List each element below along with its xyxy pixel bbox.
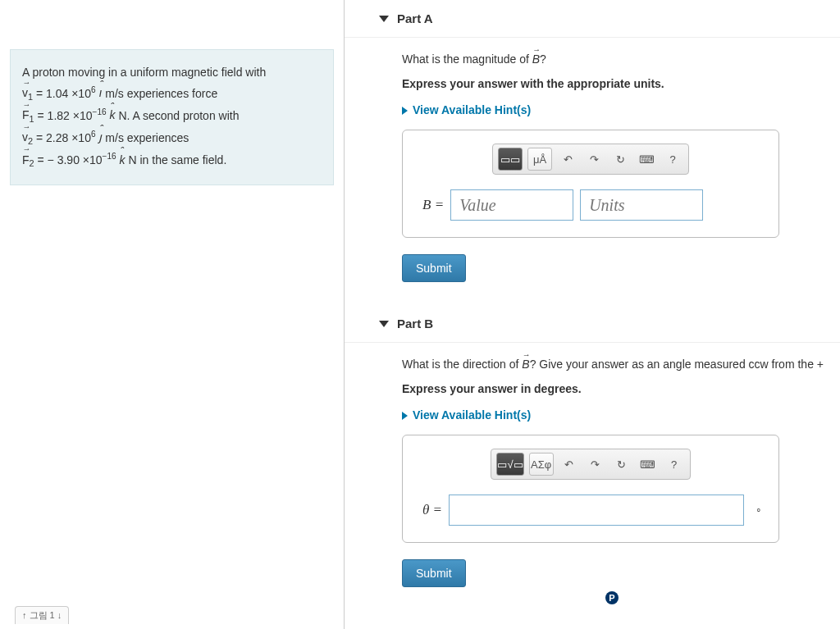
problem-text: A proton moving in a uniform magnetic fi… [22,66,266,79]
part-b-submit-button[interactable]: Submit [402,559,466,587]
reset-button[interactable]: ↻ [611,453,632,476]
k-hat: k [110,106,116,125]
part-b-toolbar: ▭√▭ ΑΣφ ↶ ↷ ↻ ⌨ ? [491,449,690,480]
part-a-body: What is the magnitude of B? Express your… [345,38,840,305]
keyboard-button[interactable]: ⌨ [637,453,659,476]
units-button[interactable]: μÅ [527,148,552,171]
chevron-down-icon [379,16,389,22]
answer-panel: Part A What is the magnitude of B? Expre… [345,0,840,629]
templates-button[interactable]: ▭√▭ [496,453,523,476]
brand-icon: P [605,591,619,604]
templates-button[interactable]: ▭▭ [498,148,523,171]
redo-button[interactable]: ↷ [585,453,606,476]
i-hat: ı [98,84,102,103]
value-input[interactable] [450,189,573,221]
part-a-title: Part A [397,11,433,25]
part-b-hints-link[interactable]: View Available Hint(s) [402,408,531,422]
redo-icon: ↷ [590,153,599,166]
units-input[interactable] [580,189,703,221]
part-a-answer-row: B = [418,189,764,221]
j-hat: ȷ [98,128,102,148]
reset-icon: ↻ [616,153,625,166]
theta-input[interactable] [449,495,744,526]
degree-unit: ∘ [756,504,762,516]
part-b-question: What is the direction of B? Give your an… [402,358,825,371]
part-a-answer-box: ▭▭ μÅ ↶ ↷ ↻ ⌨ ? B = [402,130,779,238]
reset-icon: ↻ [617,458,626,471]
undo-button[interactable]: ↶ [557,148,578,171]
part-b-instruction: Express your answer in degrees. [402,382,825,395]
b-vector: B [522,358,529,371]
part-a-question: What is the magnitude of B? [402,52,825,66]
reset-button[interactable]: ↻ [609,148,631,171]
part-a-hints-link[interactable]: View Available Hint(s) [402,103,531,116]
chevron-down-icon [379,321,389,327]
symbols-button[interactable]: ΑΣφ [529,453,554,476]
brand-footer: P [402,587,825,604]
undo-button[interactable]: ↶ [559,453,580,476]
chevron-right-icon [402,107,408,115]
undo-icon: ↶ [564,458,573,471]
chevron-right-icon [402,412,408,420]
keyboard-icon: ⌨ [639,153,655,166]
help-button[interactable]: ? [664,453,685,476]
figure-nav-stub[interactable]: ↑ 그림 1 ↓ [15,606,69,624]
k-hat: k [120,151,126,171]
keyboard-icon: ⌨ [640,458,655,471]
redo-icon: ↷ [591,458,600,471]
part-b-body: What is the direction of B? Give your an… [345,343,840,627]
part-b-header[interactable]: Part B [345,305,840,343]
b-vector: B [532,52,540,66]
part-a-instruction: Express your answer with the appropriate… [402,77,825,90]
redo-button[interactable]: ↷ [583,148,605,171]
keyboard-button[interactable]: ⌨ [636,148,657,171]
part-a-variable: B = [422,197,444,213]
part-a-header[interactable]: Part A [345,0,840,38]
undo-icon: ↶ [564,153,573,166]
part-a-submit-button[interactable]: Submit [402,254,466,282]
part-b-answer-box: ▭√▭ ΑΣφ ↶ ↷ ↻ ⌨ ? θ = ∘ [402,435,779,543]
part-a-toolbar: ▭▭ μÅ ↶ ↷ ↻ ⌨ ? [492,144,689,175]
templates-icon: ▭√▭ [497,458,523,471]
f2-vector: F [22,151,30,171]
help-button[interactable]: ? [662,148,683,171]
part-b-variable: θ = [422,502,442,518]
help-icon: ? [671,458,677,471]
part-b-answer-row: θ = ∘ [418,495,764,526]
problem-panel: A proton moving in a uniform magnetic fi… [0,0,345,629]
templates-icon: ▭▭ [500,153,520,166]
part-b-title: Part B [397,317,433,330]
problem-statement: A proton moving in a uniform magnetic fi… [10,49,334,185]
help-icon: ? [669,153,675,166]
